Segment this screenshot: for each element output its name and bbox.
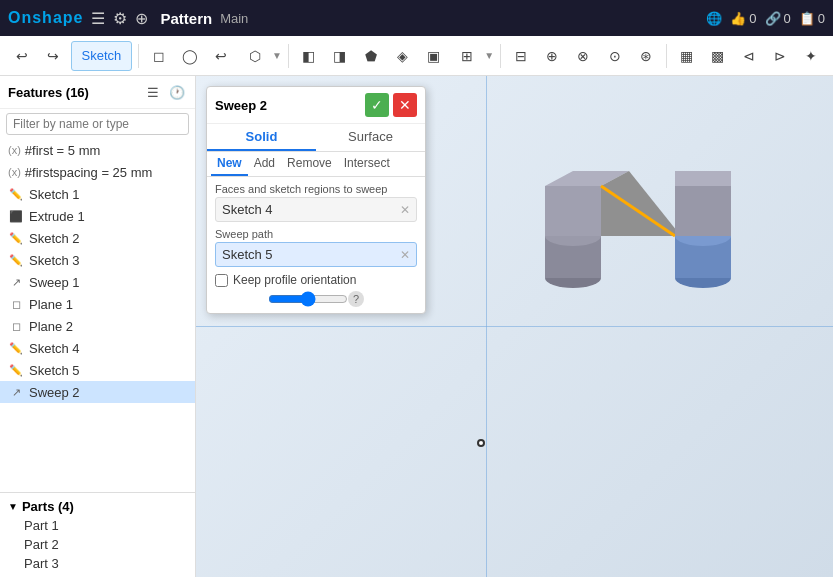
features-icon-2[interactable]: 🕐 xyxy=(167,82,187,102)
list-item[interactable]: ⬛ Extrude 1 xyxy=(0,205,195,227)
feat-label: #first = 5 mm xyxy=(25,143,101,158)
confirm-button[interactable]: ✓ xyxy=(365,93,389,117)
tool-8[interactable]: ◈ xyxy=(389,41,416,71)
tab-surface[interactable]: Surface xyxy=(316,124,425,151)
path-field[interactable]: Sketch 5 ✕ xyxy=(215,242,417,267)
tool-6[interactable]: ◨ xyxy=(326,41,353,71)
extrude-icon: ⬛ xyxy=(8,208,24,224)
tool-10[interactable]: ⊞ xyxy=(451,41,483,71)
dialog-title: Sweep 2 xyxy=(215,98,267,113)
add-icon[interactable]: ⊕ xyxy=(135,9,148,28)
tab-remove[interactable]: Remove xyxy=(281,152,338,176)
page-title: Pattern xyxy=(160,10,212,27)
list-item[interactable]: ✏️ Sketch 5 xyxy=(0,359,195,381)
part-item-2[interactable]: Part 2 xyxy=(0,535,195,554)
list-item[interactable]: ✏️ Sketch 3 xyxy=(0,249,195,271)
divider-3 xyxy=(500,44,501,68)
divider-1 xyxy=(138,44,139,68)
part-item-1[interactable]: Part 1 xyxy=(0,516,195,535)
main-area: Features (16) ☰ 🕐 (x) #first = 5 mm (x) … xyxy=(0,76,833,577)
filter-input[interactable] xyxy=(6,113,189,135)
keep-profile-label: Keep profile orientation xyxy=(233,273,356,287)
like-stat: 👍 0 xyxy=(730,11,756,26)
dropdown-arrow-1: ▼ xyxy=(272,50,282,61)
tool-dropdown-2[interactable]: ⊞ ▼ xyxy=(451,41,494,71)
svg-marker-8 xyxy=(601,171,681,236)
link-stat: 🔗 0 xyxy=(765,11,791,26)
tool-20[interactable]: ✦ xyxy=(798,41,825,71)
sketch-icon: ✏️ xyxy=(8,340,24,356)
features-icon-1[interactable]: ☰ xyxy=(143,82,163,102)
help-icon[interactable]: ? xyxy=(348,291,364,307)
tool-18[interactable]: ⊲ xyxy=(735,41,762,71)
feat-label: Extrude 1 xyxy=(29,209,85,224)
faces-clear-icon[interactable]: ✕ xyxy=(400,203,410,217)
list-item[interactable]: ◻ Plane 2 xyxy=(0,315,195,337)
parts-header[interactable]: ▼ Parts (4) xyxy=(0,497,195,516)
svg-marker-6 xyxy=(545,186,601,236)
undo-button[interactable]: ↩ xyxy=(8,41,35,71)
tool-16[interactable]: ▦ xyxy=(672,41,699,71)
feat-label: Sweep 2 xyxy=(29,385,80,400)
feat-label: Sketch 4 xyxy=(29,341,80,356)
tool-3[interactable]: ↩ xyxy=(208,41,235,71)
tool-5[interactable]: ◧ xyxy=(295,41,322,71)
faces-field[interactable]: Sketch 4 ✕ xyxy=(215,197,417,222)
tool-11[interactable]: ⊟ xyxy=(507,41,534,71)
divider-2 xyxy=(288,44,289,68)
feat-label: Sketch 2 xyxy=(29,231,80,246)
tool-17[interactable]: ▩ xyxy=(704,41,731,71)
tool-12[interactable]: ⊕ xyxy=(538,41,565,71)
keep-profile-checkbox[interactable] xyxy=(215,274,228,287)
part-item-3[interactable]: Part 3 xyxy=(0,554,195,573)
tab-solid[interactable]: Solid xyxy=(207,124,316,151)
cancel-button[interactable]: ✕ xyxy=(393,93,417,117)
plane-icon: ◻ xyxy=(8,318,24,334)
feat-label: Sweep 1 xyxy=(29,275,80,290)
tool-4[interactable]: ⬡ xyxy=(239,41,271,71)
features-title: Features (16) xyxy=(8,85,89,100)
list-item[interactable]: ✏️ Sketch 4 xyxy=(0,337,195,359)
tool-13[interactable]: ⊗ xyxy=(570,41,597,71)
tool-14[interactable]: ⊙ xyxy=(601,41,628,71)
tab-add[interactable]: Add xyxy=(248,152,281,176)
list-item-active[interactable]: ↗ Sweep 2 xyxy=(0,381,195,403)
tool-1[interactable]: ◻ xyxy=(145,41,172,71)
redo-button[interactable]: ↪ xyxy=(39,41,66,71)
list-item[interactable]: ◻ Plane 1 xyxy=(0,293,195,315)
menu-icon[interactable]: ☰ xyxy=(91,9,105,28)
tool-7[interactable]: ⬟ xyxy=(357,41,384,71)
list-item[interactable]: ↗ Sweep 1 xyxy=(0,271,195,293)
logo[interactable]: Onshape xyxy=(8,9,83,27)
feat-label: Plane 1 xyxy=(29,297,73,312)
features-icons: ☰ 🕐 xyxy=(143,82,187,102)
parts-title: Parts (4) xyxy=(22,499,74,514)
feat-label: Sketch 1 xyxy=(29,187,80,202)
tool-dropdown-1[interactable]: ⬡ ▼ xyxy=(239,41,282,71)
list-item[interactable]: ✏️ Sketch 2 xyxy=(0,227,195,249)
page-subtitle: Main xyxy=(220,11,248,26)
sketch-icon: ✏️ xyxy=(8,362,24,378)
plane-icon: ◻ xyxy=(8,296,24,312)
feature-list: (x) #first = 5 mm (x) #firstspacing = 25… xyxy=(0,139,195,492)
path-clear-icon[interactable]: ✕ xyxy=(400,248,410,262)
sweep-slider[interactable] xyxy=(268,291,348,307)
checkbox-row: Keep profile orientation xyxy=(215,273,417,287)
settings-icon[interactable]: ⚙ xyxy=(113,9,127,28)
tool-19[interactable]: ⊳ xyxy=(766,41,793,71)
var-icon: (x) xyxy=(8,144,21,156)
viewport[interactable]: Sweep 2 ✓ ✕ Solid Surface New Add Remove… xyxy=(196,76,833,577)
tool-9[interactable]: ▣ xyxy=(420,41,447,71)
sketch-button[interactable]: Sketch xyxy=(71,41,133,71)
tool-15[interactable]: ⊛ xyxy=(632,41,659,71)
sketch-icon: ✏️ xyxy=(8,252,24,268)
3d-shape xyxy=(523,106,753,329)
list-item[interactable]: ✏️ Sketch 1 xyxy=(0,183,195,205)
sketch-icon: ✏️ xyxy=(8,230,24,246)
list-item[interactable]: (x) #firstspacing = 25 mm xyxy=(0,161,195,183)
list-item[interactable]: (x) #first = 5 mm xyxy=(0,139,195,161)
tab-new[interactable]: New xyxy=(211,152,248,176)
tool-2[interactable]: ◯ xyxy=(177,41,204,71)
tab-intersect[interactable]: Intersect xyxy=(338,152,396,176)
dialog-op-tabs: New Add Remove Intersect xyxy=(207,152,425,177)
